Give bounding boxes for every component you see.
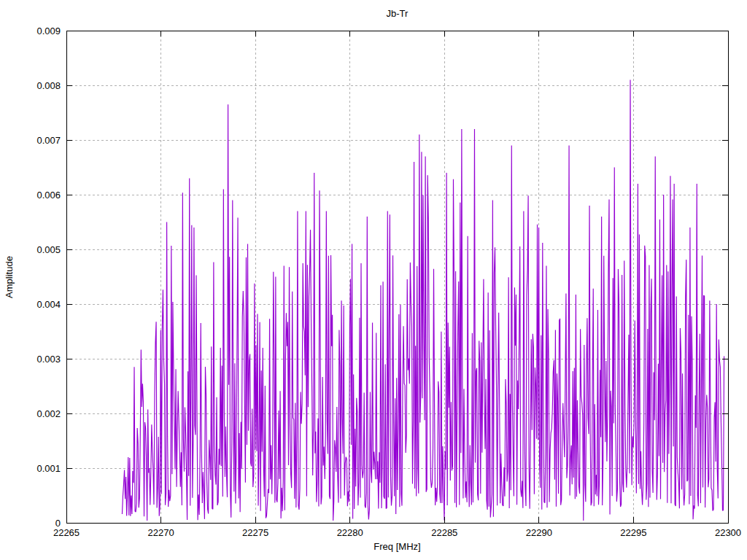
x-tick-label: 22285 xyxy=(415,527,473,538)
y-tick-label: 0.006 xyxy=(9,190,61,201)
chart-title: Jb-Tr xyxy=(66,8,728,19)
y-tick-label: 0.001 xyxy=(9,463,61,474)
x-tick-label: 22270 xyxy=(132,527,190,538)
x-tick-label: 22265 xyxy=(37,527,96,538)
x-axis-title: Freq [MHz] xyxy=(66,541,728,552)
y-tick-label: 0.003 xyxy=(9,354,61,365)
y-tick-label: 0.008 xyxy=(9,80,61,91)
y-tick-label: 0.004 xyxy=(9,299,61,310)
x-tick-label: 22295 xyxy=(604,527,662,538)
x-tick-label: 22300 xyxy=(699,527,747,538)
y-tick-label: 0.005 xyxy=(9,244,61,255)
chart-canvas: Jb-Tr Freq [MHz] Amplitude 2226522270222… xyxy=(0,0,747,560)
x-tick-label: 22275 xyxy=(226,527,285,538)
x-tick-label: 22280 xyxy=(321,527,379,538)
y-tick-label: 0.007 xyxy=(9,135,61,146)
x-tick-label: 22290 xyxy=(510,527,568,538)
y-axis-title: Amplitude xyxy=(4,256,15,298)
y-tick-label: 0.002 xyxy=(9,408,61,419)
y-tick-label: 0.009 xyxy=(9,26,61,36)
spectrum-plot-svg xyxy=(0,0,747,560)
y-tick-label: 0 xyxy=(9,518,61,529)
